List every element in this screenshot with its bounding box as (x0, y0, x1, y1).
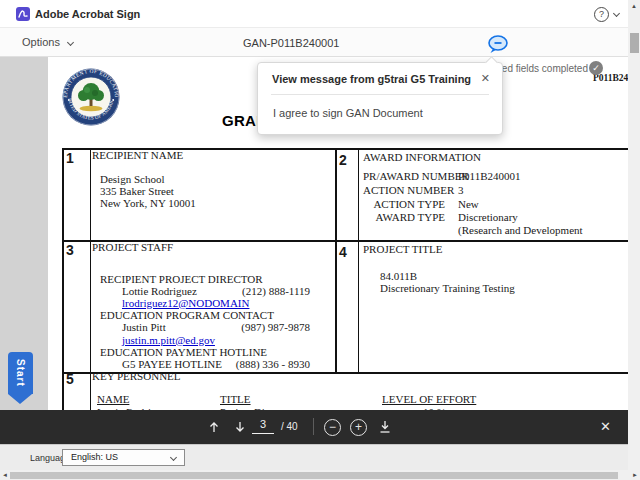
staff-email-link[interactable]: justin.m.pitt@ed.gov (122, 334, 215, 346)
staff-row: Lottie Rodriguez(212) 888-1119 (122, 285, 310, 297)
vertical-scrollbar-thumb[interactable] (630, 33, 639, 53)
page-down-arrow-icon[interactable] (233, 420, 247, 434)
zoom-out-button[interactable]: − (324, 419, 341, 436)
page-total-label: / 40 (281, 421, 298, 432)
table-gridline (335, 148, 337, 372)
scroll-right-icon[interactable]: ► (632, 470, 638, 480)
popup-title: View message from g5trai G5 Training (272, 73, 471, 85)
section-2-heading: AWARD INFORMATION (363, 151, 481, 163)
acrobat-sign-logo-icon (16, 7, 30, 21)
staff-group-title: EDUCATION PAYMENT HOTLINE (100, 346, 267, 358)
message-popup: View message from g5trai G5 Training ✕ I… (257, 62, 503, 135)
help-icon[interactable]: ? (594, 7, 609, 22)
award-row: ACTION TYPENew (363, 198, 479, 210)
scroll-left-icon[interactable]: ◄ (2, 470, 8, 480)
award-row: AWARD TYPEDiscretionary (363, 211, 518, 223)
staff-row: G5 PAYEE HOTLINE(888) 336 - 8930 (122, 358, 310, 370)
check-circle-icon: ✓ (589, 61, 603, 75)
department-of-education-seal: DEPARTMENT OF EDUCATION UNITED STATES OF… (62, 68, 120, 126)
popup-divider (271, 94, 489, 95)
recipient-name: Design School (100, 173, 164, 185)
recipient-city: New York, NY 10001 (100, 197, 196, 209)
staff-email-link[interactable]: lrodriguez12@NODOMAIN (122, 297, 249, 309)
language-selected-value: English: US (71, 452, 118, 462)
award-row: ACTION NUMBER3 (363, 184, 464, 196)
section-4-heading: PROJECT TITLE (363, 243, 442, 255)
chevron-down-icon[interactable] (613, 10, 620, 17)
recipient-street: 335 Baker Street (100, 185, 174, 197)
section-3-heading: PROJECT STAFF (92, 241, 173, 253)
section-2-number: 2 (339, 152, 347, 168)
start-button-label: Start (15, 359, 26, 387)
horizontal-scrollbar[interactable]: ◄ ► (0, 470, 640, 480)
page-up-arrow-icon[interactable] (207, 420, 221, 434)
close-toolbar-icon[interactable]: ✕ (600, 419, 611, 434)
section-4-number: 4 (339, 244, 347, 260)
toolbar-divider (313, 418, 314, 435)
popup-message-body: I agree to sign GAN Document (273, 107, 423, 119)
language-chevron-icon (170, 454, 177, 461)
options-button[interactable]: Options (22, 36, 60, 48)
scroll-up-icon[interactable]: ▲ (628, 0, 640, 12)
column-header-title: TITLE (220, 393, 251, 405)
award-row: (Research and Development (363, 224, 583, 236)
app-title: Adobe Acrobat Sign (35, 8, 140, 20)
column-header-name: NAME (97, 393, 129, 405)
staff-group-title: RECIPIENT PROJECT DIRECTOR (100, 273, 263, 285)
acrobat-sign-window: Adobe Acrobat Sign ? Options GAN-P011B24… (0, 0, 640, 480)
zoom-in-button[interactable]: + (350, 419, 367, 436)
start-button[interactable]: Start (8, 352, 33, 404)
horizontal-scrollbar-thumb[interactable] (10, 472, 618, 479)
award-row: PR/AWARD NUMBERP011B240001 (363, 170, 521, 182)
start-button-arrow (8, 394, 32, 404)
project-code: 84.011B (380, 270, 417, 282)
download-icon[interactable] (378, 420, 392, 434)
vertical-scrollbar[interactable]: ▲ (628, 0, 640, 470)
section-1-heading: RECIPIENT NAME (92, 149, 183, 161)
close-icon[interactable]: ✕ (481, 72, 490, 85)
staff-row: Justin Pitt(987) 987-9878 (122, 321, 310, 333)
table-gridline (358, 148, 359, 372)
section-1-number: 1 (66, 150, 74, 166)
section-3-number: 3 (66, 242, 74, 258)
section-5-number: 5 (66, 371, 74, 387)
app-header: Adobe Acrobat Sign ? (0, 0, 640, 28)
section-5-heading: KEY PERSONNEL (92, 370, 181, 382)
language-select[interactable]: English: US (62, 449, 185, 466)
page-number-input[interactable]: 3 (252, 418, 274, 434)
language-bar: Language English: US (0, 444, 640, 470)
page-navigation-toolbar: 3 / 40 − + ✕ (0, 410, 640, 444)
staff-group-title: EDUCATION PROGRAM CONTACT (100, 309, 274, 321)
column-header-effort: LEVEL OF EFFORT (382, 393, 476, 405)
project-title-text: Discretionary Training Testing (380, 282, 515, 294)
document-title: GAN-P011B240001 (243, 37, 339, 49)
